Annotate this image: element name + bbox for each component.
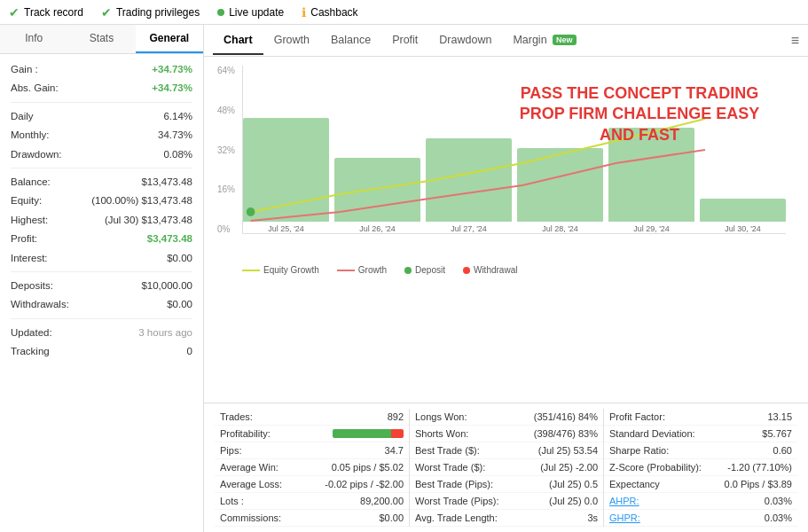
withdrawals-value: $0.00 xyxy=(167,296,192,312)
trading-privileges-item[interactable]: ✔ Trading privileges xyxy=(101,5,200,20)
bar-jul25-label: Jul 25, '24 xyxy=(268,224,304,233)
stat-zscore: Z-Score (Probability): -1.20 (77.10%) xyxy=(604,459,797,476)
avg-trade-length-value: 3s xyxy=(498,512,598,523)
tab-balance[interactable]: Balance xyxy=(320,27,381,55)
profit-red-bar xyxy=(391,429,404,438)
main-layout: Info Stats General Gain : +34.73% Abs. G… xyxy=(0,25,808,532)
stat-std-dev: Standard Deviation: $5.767 xyxy=(604,426,797,442)
track-record-item[interactable]: ✔ Track record xyxy=(9,5,83,20)
bar-jul30-rect xyxy=(700,199,786,222)
stat-sharpe: Sharpe Ratio: 0.60 xyxy=(604,442,797,459)
interest-value: $0.00 xyxy=(167,250,192,266)
tab-chart[interactable]: Chart xyxy=(213,27,263,55)
stat-avg-trade-length: Avg. Trade Length: 3s xyxy=(410,510,603,527)
tracking-value: 0 xyxy=(187,343,192,359)
stat-commissions: Commissions: $0.00 xyxy=(215,510,409,527)
stat-lots: Lots : 89,200.00 xyxy=(215,493,409,510)
live-update-label: Live update xyxy=(229,6,284,19)
stats-col-3: Profit Factor: 13.15 Standard Deviation:… xyxy=(603,409,797,527)
top-bar: ✔ Track record ✔ Trading privileges Live… xyxy=(0,0,808,25)
y-label-0: 0% xyxy=(217,224,235,234)
deposit-dot xyxy=(404,267,412,274)
chart-tabs: Chart Growth Balance Profit Drawdown Mar… xyxy=(204,25,808,57)
withdrawal-dot xyxy=(463,267,470,274)
tab-margin[interactable]: Margin New xyxy=(502,27,586,55)
monthly-value: 34.73% xyxy=(158,127,192,143)
live-update-item[interactable]: Live update xyxy=(217,6,284,19)
tab-info[interactable]: Info xyxy=(0,25,67,53)
legend-equity-growth: Equity Growth xyxy=(242,265,319,275)
settings-icon[interactable]: ≡ xyxy=(791,33,799,49)
stat-ahpr: AHPR: 0.03% xyxy=(604,493,797,510)
bar-jul25: Jul 25, '24 xyxy=(243,66,329,233)
stat-worst-trade-pips: Worst Trade (Pips): (Jul 25) 0.0 xyxy=(410,493,603,510)
cashback-label: Cashback xyxy=(310,6,357,19)
y-label-48: 48% xyxy=(217,106,235,115)
stat-best-trade: Best Trade ($): (Jul 25) 53.54 xyxy=(410,442,603,459)
bar-jul29-label: Jul 29, '24 xyxy=(633,224,670,233)
ghpr-label[interactable]: GHPR: xyxy=(609,512,680,523)
pips-label: Pips: xyxy=(220,445,291,456)
stat-shorts-won: Shorts Won: (398/476) 83% xyxy=(410,426,603,442)
expectancy-label: Expectancy xyxy=(609,479,680,489)
pips-value: 34.7 xyxy=(291,445,404,456)
interest-label: Interest: xyxy=(11,250,48,266)
abs-gain-value: +34.73% xyxy=(152,80,192,96)
tab-profit[interactable]: Profit xyxy=(381,27,428,55)
track-record-label: Track record xyxy=(24,6,83,19)
equity-value: (100.00%) $13,473.48 xyxy=(91,192,192,208)
highest-value: (Jul 30) $13,473.48 xyxy=(105,212,192,228)
stat-profit-factor: Profit Factor: 13.15 xyxy=(604,409,797,426)
equity-label: Equity: xyxy=(11,192,42,208)
stats-col-1: Trades: 892 Profitability: Pips: 34.7 xyxy=(215,409,409,527)
lots-label: Lots : xyxy=(220,496,291,506)
tab-drawdown[interactable]: Drawdown xyxy=(428,27,502,55)
bar-jul28-label: Jul 28, '24 xyxy=(542,224,578,233)
std-dev-label: Standard Deviation: xyxy=(609,428,695,439)
new-badge: New xyxy=(553,35,577,45)
worst-trade-pips-label: Worst Trade (Pips): xyxy=(415,496,499,506)
stat-trades: Trades: 892 xyxy=(215,409,409,426)
profit-green-bar xyxy=(333,429,391,438)
live-dot xyxy=(217,9,224,16)
profit-factor-value: 13.15 xyxy=(680,411,792,422)
chart-legend: Equity Growth Growth Deposit Withdrawal xyxy=(217,261,795,279)
chart-promo: PASS THE CONCEPT TRADING PROP FIRM CHALL… xyxy=(506,83,773,145)
withdrawals-label: Withdrawals: xyxy=(11,296,69,312)
warn-icon: ℹ xyxy=(302,5,306,20)
balance-value: $13,473.48 xyxy=(141,174,192,190)
ahpr-label[interactable]: AHPR: xyxy=(609,496,680,506)
worst-trade-label: Worst Trade ($): xyxy=(415,462,486,473)
avg-loss-value: -0.02 pips / -$2.00 xyxy=(291,479,404,489)
tracking-label: Tracking xyxy=(11,343,50,359)
tab-stats[interactable]: Stats xyxy=(67,25,135,53)
ahpr-value: 0.03% xyxy=(680,496,792,506)
updated-value: 3 hours ago xyxy=(138,325,192,340)
expectancy-value: 0.0 Pips / $3.89 xyxy=(680,479,792,489)
stats-grid: Trades: 892 Profitability: Pips: 34.7 xyxy=(215,409,797,527)
legend-withdrawal: Withdrawal xyxy=(463,265,517,275)
best-trade-pips-value: (Jul 25) 0.5 xyxy=(493,479,598,489)
tab-growth[interactable]: Growth xyxy=(263,27,320,55)
legend-withdrawal-label: Withdrawal xyxy=(474,265,517,275)
balance-label: Balance: xyxy=(11,174,51,190)
bottom-stats: Trades: 892 Profitability: Pips: 34.7 xyxy=(204,403,808,532)
profitability-bar xyxy=(333,429,404,438)
abs-gain-label: Abs. Gain: xyxy=(11,80,59,96)
profit-label: Profit: xyxy=(11,231,37,246)
zscore-value: -1.20 (77.10%) xyxy=(702,462,792,473)
best-trade-label: Best Trade ($): xyxy=(415,445,486,456)
legend-deposit-label: Deposit xyxy=(415,265,445,275)
trading-privileges-label: Trading privileges xyxy=(116,6,200,19)
profit-factor-label: Profit Factor: xyxy=(609,411,680,422)
lots-value: 89,200.00 xyxy=(291,496,404,506)
cashback-item[interactable]: ℹ Cashback xyxy=(302,5,357,20)
bar-jul26-label: Jul 26, '24 xyxy=(359,224,396,233)
left-panel: Info Stats General Gain : +34.73% Abs. G… xyxy=(0,25,204,532)
bar-jul26: Jul 26, '24 xyxy=(334,66,420,233)
shorts-won-label: Shorts Won: xyxy=(415,428,486,439)
drawdown-value: 0.08% xyxy=(163,146,192,162)
bar-jul30-label: Jul 30, '24 xyxy=(725,224,761,233)
left-content: Gain : +34.73% Abs. Gain: +34.73% Daily … xyxy=(0,54,203,532)
tab-general[interactable]: General xyxy=(136,25,203,53)
